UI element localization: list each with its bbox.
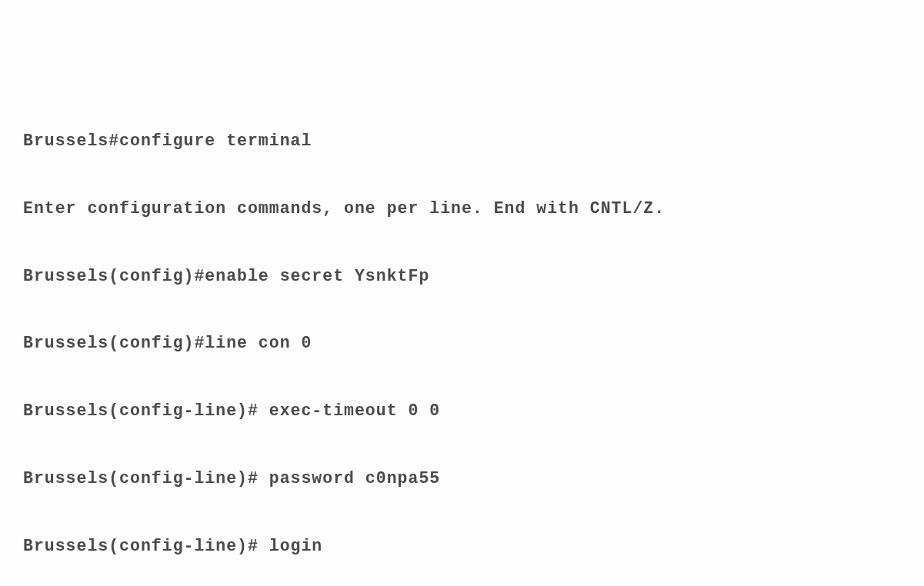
terminal-line: Brussels(config-line)# exec-timeout 0 0 (23, 396, 901, 427)
terminal-line: Enter configuration commands, one per li… (23, 194, 901, 225)
terminal-line: Brussels(config-line)# password c0npa55 (23, 464, 901, 494)
terminal-line: Brussels(config)#enable secret YsnktFp (23, 261, 901, 292)
terminal-output[interactable]: Brussels#configure terminal Enter config… (23, 89, 901, 586)
terminal-line: Brussels(config)#line con 0 (23, 328, 901, 359)
terminal-line: Brussels(config-line)# login (23, 531, 901, 562)
terminal-line: Brussels#configure terminal (23, 126, 901, 157)
